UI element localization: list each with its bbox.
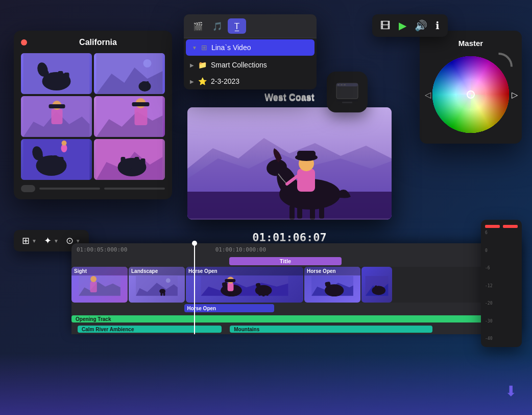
svg-rect-91 xyxy=(258,293,260,296)
svg-rect-99 xyxy=(330,292,332,295)
bottom-glow xyxy=(0,354,532,415)
video-scene xyxy=(187,107,392,220)
svg-rect-26 xyxy=(45,157,50,168)
color-wheel[interactable]: ◁ ▷ xyxy=(430,54,512,135)
traffic-light[interactable] xyxy=(21,39,27,45)
svg-rect-12 xyxy=(147,81,149,87)
video-preview xyxy=(187,107,392,220)
view-toggle[interactable] xyxy=(21,185,35,192)
library-panel: 🎬 🎵 T̲ ▼ ⊞ Lina`s Video ▶ 📁 Smart Collec… xyxy=(184,14,317,89)
thumb-2[interactable] xyxy=(94,53,165,94)
mountains-bar[interactable]: Mountains xyxy=(230,326,432,333)
zoom-slider[interactable] xyxy=(39,188,100,190)
svg-rect-101 xyxy=(337,292,340,295)
folder-icon: 📁 xyxy=(198,61,207,69)
svg-rect-28 xyxy=(59,157,64,168)
svg-rect-5 xyxy=(64,73,69,83)
thumb-4[interactable] xyxy=(94,96,165,137)
svg-rect-37 xyxy=(135,157,139,169)
media-browser-panel: California xyxy=(14,31,172,199)
thumb-6[interactable] xyxy=(94,139,165,180)
trim-icon: ✦ xyxy=(44,235,52,246)
browser-header: California xyxy=(21,38,165,47)
svg-rect-27 xyxy=(53,155,58,168)
svg-rect-65 xyxy=(297,151,316,160)
size-slider[interactable] xyxy=(104,188,165,190)
title-clip[interactable]: Title xyxy=(229,257,342,265)
svg-rect-85 xyxy=(228,283,234,291)
scale-20: -20 xyxy=(485,301,492,306)
svg-rect-36 xyxy=(127,158,132,170)
media-button[interactable]: 🎬 xyxy=(189,18,207,34)
svg-rect-75 xyxy=(160,291,162,296)
svg-rect-4 xyxy=(58,71,63,82)
svg-rect-17 xyxy=(49,104,65,108)
ruler-mark-1: 01:00:05:000:00 xyxy=(77,246,127,253)
library-item-date[interactable]: ▶ ⭐ 2-3-2023 xyxy=(184,73,317,89)
library-item-linas-video[interactable]: ▼ ⊞ Lina`s Video xyxy=(186,39,315,56)
transform-icon: ⊞ xyxy=(22,235,30,246)
svg-rect-59 xyxy=(297,205,302,219)
music-button[interactable]: 🎵 xyxy=(208,18,227,34)
expand-arrow-2: ▶ xyxy=(190,62,194,68)
expand-arrow-3: ▶ xyxy=(190,79,194,84)
svg-rect-62 xyxy=(297,169,315,192)
svg-rect-76 xyxy=(163,292,165,295)
audio-icon[interactable]: 🔊 xyxy=(415,19,427,32)
down-arrow-icon[interactable]: ⬇ xyxy=(505,383,517,400)
clip-landscape-label: Landscape xyxy=(129,267,185,275)
svg-rect-44 xyxy=(344,84,346,85)
clip-extra[interactable] xyxy=(361,267,392,303)
horse-open-subclip[interactable]: Horse Open xyxy=(184,304,274,312)
svg-rect-3 xyxy=(50,73,55,83)
clip-sight[interactable]: Sight xyxy=(71,267,128,303)
thumb-5[interactable] xyxy=(21,139,92,180)
film-icon[interactable]: 🎞 xyxy=(380,20,391,32)
transform-tool[interactable]: ⊞ ▼ xyxy=(22,235,37,246)
thumb-1[interactable] xyxy=(21,53,92,94)
svg-rect-84 xyxy=(234,292,237,295)
trim-tool[interactable]: ✦ ▼ xyxy=(44,235,59,246)
clip-horse-open-1[interactable]: Horse Open xyxy=(186,267,303,303)
svg-rect-43 xyxy=(341,84,343,85)
info-icon[interactable]: ℹ xyxy=(436,19,440,32)
browser-title: California xyxy=(31,38,165,47)
audio-meter: 6 0 -6 -12 -20 -30 -40 xyxy=(481,220,522,347)
svg-rect-41 xyxy=(336,83,358,86)
svg-rect-100 xyxy=(333,293,335,296)
svg-rect-58 xyxy=(289,205,295,220)
svg-rect-11 xyxy=(142,81,145,87)
clip-sight-label: Sight xyxy=(71,267,128,275)
svg-rect-15 xyxy=(52,109,63,124)
clip-landscape[interactable]: Landscape xyxy=(129,267,185,303)
svg-rect-69 xyxy=(90,282,96,292)
sub-clip-row: Horse Open xyxy=(71,303,522,314)
play-icon[interactable]: ▶ xyxy=(399,19,406,32)
scale-6n: -6 xyxy=(485,266,492,270)
playhead[interactable] xyxy=(194,267,195,303)
svg-rect-87 xyxy=(225,279,235,282)
date-label: 2-3-2023 xyxy=(211,77,239,85)
clip-horse-open-2[interactable]: Horse Open xyxy=(304,267,360,303)
library-item-smart-collections[interactable]: ▶ 📁 Smart Collections xyxy=(184,57,317,73)
scale-6: 6 xyxy=(485,230,492,235)
meter-top-indicators xyxy=(485,225,518,228)
library-item-label: Lina`s Video xyxy=(211,43,251,52)
master-panel: Master xyxy=(420,31,522,144)
scale-0: 0 xyxy=(485,248,492,253)
timeline-panel: 01:00:05:000:00 01:00:10:000:00 Title Si… xyxy=(71,243,522,334)
wheel-cursor[interactable] xyxy=(467,90,475,99)
svg-rect-82 xyxy=(227,292,229,295)
meter-indicator-right xyxy=(503,225,518,228)
calm-river-bar[interactable]: Calm River Ambience xyxy=(78,326,222,333)
title-button[interactable]: T̲ xyxy=(228,18,246,34)
thumb-3[interactable] xyxy=(21,96,92,137)
opening-track-bar[interactable]: Opening Track xyxy=(71,315,522,322)
title-track: Title xyxy=(71,256,522,267)
svg-point-104 xyxy=(372,286,385,295)
thumbnail-grid xyxy=(21,53,165,180)
svg-rect-20 xyxy=(135,107,148,125)
svg-rect-22 xyxy=(132,102,150,106)
svg-point-73 xyxy=(166,278,171,283)
meter-indicator-left xyxy=(485,225,500,228)
